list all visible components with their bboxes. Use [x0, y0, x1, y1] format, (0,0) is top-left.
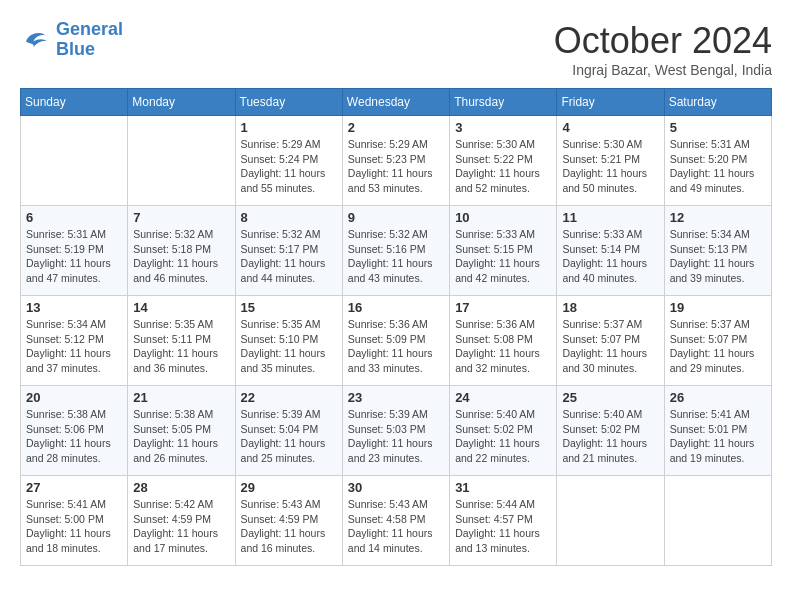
day-number: 30: [348, 480, 444, 495]
calendar-week-2: 6Sunrise: 5:31 AM Sunset: 5:19 PM Daylig…: [21, 206, 772, 296]
day-number: 14: [133, 300, 229, 315]
calendar-cell: [128, 116, 235, 206]
day-number: 15: [241, 300, 337, 315]
day-info: Sunrise: 5:35 AM Sunset: 5:11 PM Dayligh…: [133, 317, 229, 376]
calendar-week-1: 1Sunrise: 5:29 AM Sunset: 5:24 PM Daylig…: [21, 116, 772, 206]
calendar-cell: 4Sunrise: 5:30 AM Sunset: 5:21 PM Daylig…: [557, 116, 664, 206]
day-header-thursday: Thursday: [450, 89, 557, 116]
day-info: Sunrise: 5:41 AM Sunset: 5:00 PM Dayligh…: [26, 497, 122, 556]
day-info: Sunrise: 5:32 AM Sunset: 5:18 PM Dayligh…: [133, 227, 229, 286]
page-header: General Blue October 2024 Ingraj Bazar, …: [20, 20, 772, 78]
calendar-week-4: 20Sunrise: 5:38 AM Sunset: 5:06 PM Dayli…: [21, 386, 772, 476]
calendar-week-3: 13Sunrise: 5:34 AM Sunset: 5:12 PM Dayli…: [21, 296, 772, 386]
calendar-cell: 19Sunrise: 5:37 AM Sunset: 5:07 PM Dayli…: [664, 296, 771, 386]
day-info: Sunrise: 5:34 AM Sunset: 5:12 PM Dayligh…: [26, 317, 122, 376]
calendar-cell: 31Sunrise: 5:44 AM Sunset: 4:57 PM Dayli…: [450, 476, 557, 566]
day-number: 19: [670, 300, 766, 315]
day-info: Sunrise: 5:37 AM Sunset: 5:07 PM Dayligh…: [562, 317, 658, 376]
day-number: 3: [455, 120, 551, 135]
calendar-cell: 6Sunrise: 5:31 AM Sunset: 5:19 PM Daylig…: [21, 206, 128, 296]
day-number: 18: [562, 300, 658, 315]
day-number: 26: [670, 390, 766, 405]
day-header-friday: Friday: [557, 89, 664, 116]
day-info: Sunrise: 5:38 AM Sunset: 5:06 PM Dayligh…: [26, 407, 122, 466]
day-number: 6: [26, 210, 122, 225]
day-info: Sunrise: 5:44 AM Sunset: 4:57 PM Dayligh…: [455, 497, 551, 556]
calendar-cell: 10Sunrise: 5:33 AM Sunset: 5:15 PM Dayli…: [450, 206, 557, 296]
day-info: Sunrise: 5:31 AM Sunset: 5:19 PM Dayligh…: [26, 227, 122, 286]
day-number: 22: [241, 390, 337, 405]
calendar-header-row: SundayMondayTuesdayWednesdayThursdayFrid…: [21, 89, 772, 116]
calendar-cell: 12Sunrise: 5:34 AM Sunset: 5:13 PM Dayli…: [664, 206, 771, 296]
day-number: 23: [348, 390, 444, 405]
day-info: Sunrise: 5:30 AM Sunset: 5:22 PM Dayligh…: [455, 137, 551, 196]
day-number: 4: [562, 120, 658, 135]
day-number: 16: [348, 300, 444, 315]
calendar-cell: 14Sunrise: 5:35 AM Sunset: 5:11 PM Dayli…: [128, 296, 235, 386]
calendar-week-5: 27Sunrise: 5:41 AM Sunset: 5:00 PM Dayli…: [21, 476, 772, 566]
day-header-saturday: Saturday: [664, 89, 771, 116]
location: Ingraj Bazar, West Bengal, India: [554, 62, 772, 78]
day-info: Sunrise: 5:37 AM Sunset: 5:07 PM Dayligh…: [670, 317, 766, 376]
day-number: 12: [670, 210, 766, 225]
calendar-cell: 13Sunrise: 5:34 AM Sunset: 5:12 PM Dayli…: [21, 296, 128, 386]
day-number: 7: [133, 210, 229, 225]
calendar-cell: [21, 116, 128, 206]
day-info: Sunrise: 5:43 AM Sunset: 4:59 PM Dayligh…: [241, 497, 337, 556]
day-number: 28: [133, 480, 229, 495]
day-number: 20: [26, 390, 122, 405]
logo-icon: [20, 25, 50, 55]
day-number: 13: [26, 300, 122, 315]
day-number: 11: [562, 210, 658, 225]
day-number: 2: [348, 120, 444, 135]
day-info: Sunrise: 5:38 AM Sunset: 5:05 PM Dayligh…: [133, 407, 229, 466]
day-number: 5: [670, 120, 766, 135]
calendar-cell: 1Sunrise: 5:29 AM Sunset: 5:24 PM Daylig…: [235, 116, 342, 206]
day-number: 8: [241, 210, 337, 225]
calendar-cell: 11Sunrise: 5:33 AM Sunset: 5:14 PM Dayli…: [557, 206, 664, 296]
calendar-cell: 5Sunrise: 5:31 AM Sunset: 5:20 PM Daylig…: [664, 116, 771, 206]
logo-text: General Blue: [56, 20, 123, 60]
calendar-cell: 28Sunrise: 5:42 AM Sunset: 4:59 PM Dayli…: [128, 476, 235, 566]
day-info: Sunrise: 5:42 AM Sunset: 4:59 PM Dayligh…: [133, 497, 229, 556]
calendar-cell: 29Sunrise: 5:43 AM Sunset: 4:59 PM Dayli…: [235, 476, 342, 566]
title-block: October 2024 Ingraj Bazar, West Bengal, …: [554, 20, 772, 78]
calendar-cell: 24Sunrise: 5:40 AM Sunset: 5:02 PM Dayli…: [450, 386, 557, 476]
calendar-cell: 20Sunrise: 5:38 AM Sunset: 5:06 PM Dayli…: [21, 386, 128, 476]
calendar-table: SundayMondayTuesdayWednesdayThursdayFrid…: [20, 88, 772, 566]
calendar-cell: 15Sunrise: 5:35 AM Sunset: 5:10 PM Dayli…: [235, 296, 342, 386]
day-number: 24: [455, 390, 551, 405]
logo: General Blue: [20, 20, 123, 60]
day-info: Sunrise: 5:36 AM Sunset: 5:08 PM Dayligh…: [455, 317, 551, 376]
day-info: Sunrise: 5:31 AM Sunset: 5:20 PM Dayligh…: [670, 137, 766, 196]
calendar-cell: [664, 476, 771, 566]
calendar-cell: 27Sunrise: 5:41 AM Sunset: 5:00 PM Dayli…: [21, 476, 128, 566]
day-info: Sunrise: 5:29 AM Sunset: 5:23 PM Dayligh…: [348, 137, 444, 196]
day-header-monday: Monday: [128, 89, 235, 116]
day-number: 17: [455, 300, 551, 315]
day-info: Sunrise: 5:30 AM Sunset: 5:21 PM Dayligh…: [562, 137, 658, 196]
day-info: Sunrise: 5:43 AM Sunset: 4:58 PM Dayligh…: [348, 497, 444, 556]
day-info: Sunrise: 5:33 AM Sunset: 5:15 PM Dayligh…: [455, 227, 551, 286]
day-header-tuesday: Tuesday: [235, 89, 342, 116]
month-title: October 2024: [554, 20, 772, 62]
calendar-cell: 18Sunrise: 5:37 AM Sunset: 5:07 PM Dayli…: [557, 296, 664, 386]
calendar-cell: 30Sunrise: 5:43 AM Sunset: 4:58 PM Dayli…: [342, 476, 449, 566]
day-number: 10: [455, 210, 551, 225]
calendar-cell: [557, 476, 664, 566]
calendar-cell: 23Sunrise: 5:39 AM Sunset: 5:03 PM Dayli…: [342, 386, 449, 476]
day-info: Sunrise: 5:39 AM Sunset: 5:04 PM Dayligh…: [241, 407, 337, 466]
day-number: 1: [241, 120, 337, 135]
day-info: Sunrise: 5:36 AM Sunset: 5:09 PM Dayligh…: [348, 317, 444, 376]
day-info: Sunrise: 5:39 AM Sunset: 5:03 PM Dayligh…: [348, 407, 444, 466]
day-info: Sunrise: 5:35 AM Sunset: 5:10 PM Dayligh…: [241, 317, 337, 376]
calendar-cell: 22Sunrise: 5:39 AM Sunset: 5:04 PM Dayli…: [235, 386, 342, 476]
day-info: Sunrise: 5:40 AM Sunset: 5:02 PM Dayligh…: [562, 407, 658, 466]
day-info: Sunrise: 5:29 AM Sunset: 5:24 PM Dayligh…: [241, 137, 337, 196]
day-number: 29: [241, 480, 337, 495]
day-number: 31: [455, 480, 551, 495]
day-info: Sunrise: 5:33 AM Sunset: 5:14 PM Dayligh…: [562, 227, 658, 286]
day-info: Sunrise: 5:34 AM Sunset: 5:13 PM Dayligh…: [670, 227, 766, 286]
calendar-cell: 26Sunrise: 5:41 AM Sunset: 5:01 PM Dayli…: [664, 386, 771, 476]
calendar-cell: 25Sunrise: 5:40 AM Sunset: 5:02 PM Dayli…: [557, 386, 664, 476]
